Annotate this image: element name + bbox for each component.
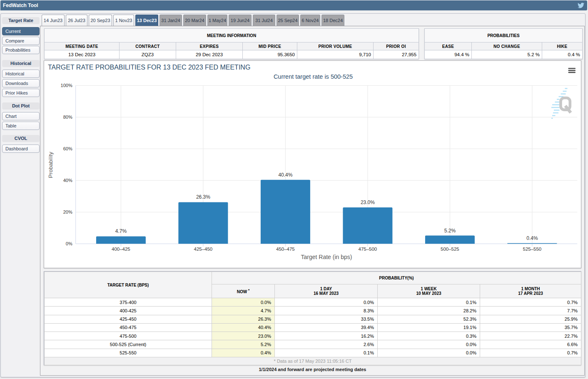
svg-text:60%: 60% — [63, 146, 72, 151]
svg-text:TARGET RATE PROBABILITIES FOR: TARGET RATE PROBABILITIES FOR 13 DEC 202… — [48, 64, 250, 71]
svg-text:4.7%: 4.7% — [115, 228, 127, 234]
svg-text:23.0%: 23.0% — [361, 199, 375, 205]
svg-text:425–450: 425–450 — [194, 247, 213, 252]
svg-text:40%: 40% — [63, 178, 72, 183]
svg-text:Probability: Probability — [47, 152, 54, 178]
svg-text:Current target rate is 500-525: Current target rate is 500-525 — [274, 73, 353, 80]
svg-text:26.3%: 26.3% — [196, 194, 210, 200]
svg-text:100%: 100% — [61, 83, 72, 88]
svg-text:80%: 80% — [63, 115, 72, 120]
svg-text:0.4%: 0.4% — [526, 235, 538, 241]
svg-text:400–425: 400–425 — [112, 247, 130, 252]
svg-text:Target Rate (in bps): Target Rate (in bps) — [301, 254, 352, 260]
svg-text:20%: 20% — [63, 209, 72, 214]
svg-text:475–500: 475–500 — [359, 247, 377, 252]
svg-text:525–550: 525–550 — [523, 247, 542, 252]
svg-text:500–525: 500–525 — [441, 247, 459, 252]
svg-text:40.4%: 40.4% — [278, 172, 292, 178]
svg-text:450–475: 450–475 — [276, 247, 295, 252]
svg-text:5.2%: 5.2% — [444, 228, 456, 234]
svg-text:0%: 0% — [66, 241, 72, 246]
